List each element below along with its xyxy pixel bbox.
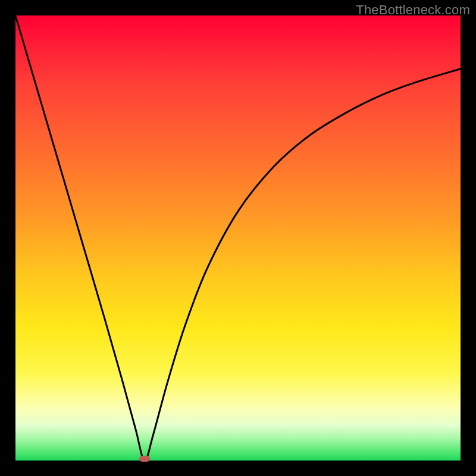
chart-frame: TheBottleneck.com: [0, 0, 476, 476]
bottleneck-curve-path: [15, 15, 461, 461]
plot-area: [15, 15, 461, 461]
curve-svg: [15, 15, 461, 461]
watermark-text: TheBottleneck.com: [356, 2, 470, 18]
minimum-marker: [139, 456, 150, 462]
